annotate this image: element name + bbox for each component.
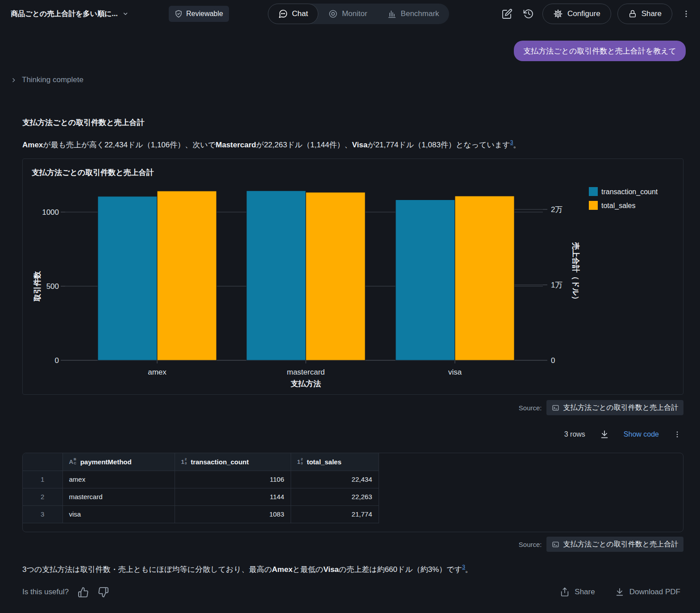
tab-chat[interactable]: Chat [268,4,318,24]
sql-cell-icon [552,541,559,548]
svg-text:0: 0 [551,356,555,365]
bar-total_sales-visa[interactable] [455,196,514,360]
bar-total_sales-amex[interactable] [157,191,217,360]
source-badge[interactable]: 支払方法ごとの取引件数と売上合計 [546,400,684,415]
total-sales-cell[interactable]: 22,263 [291,488,379,505]
row-number-cell[interactable]: 2 [23,488,62,505]
table-row: 2mastercard114422,263 [23,488,379,505]
svg-text:mastercard: mastercard [287,368,325,376]
page-title: 商品ごとの売上合計を多い順に... [11,9,118,19]
reviewable-badge[interactable]: Reviewable [169,6,229,22]
column-header-total-sales[interactable]: 123 total_sales [291,453,379,471]
chart-source-row: Source: 支払方法ごとの取引件数と売上合計 [519,400,683,415]
reviewable-label: Reviewable [186,10,223,18]
svg-text:取引件数: 取引件数 [33,271,42,302]
lock-icon [628,9,637,18]
total-sales-cell[interactable]: 22,434 [291,471,379,488]
footnote-link[interactable]: 3 [462,564,465,570]
thumbs-down-button[interactable] [98,587,109,598]
thinking-label: Thinking complete [22,75,83,84]
source-badge[interactable]: 支払方法ごとの取引件数と売上合計 [546,537,684,552]
footer-actions: Share Download PDF [560,587,680,597]
transaction-count-cell[interactable]: 1083 [175,505,291,523]
thumbs-up-icon [78,587,89,598]
svg-text:支払方法ごとの取引件数と売上合計: 支払方法ごとの取引件数と売上合計 [31,168,154,177]
total-sales-cell[interactable]: 21,774 [291,505,379,523]
top-bar: 商品ごとの売上合計を多い順に... Reviewable Chat Monito… [0,4,700,24]
tab-monitor[interactable]: Monitor [318,4,377,24]
chevron-down-icon [122,11,129,17]
thinking-toggle[interactable]: Thinking complete [11,75,83,84]
share-answer-label: Share [575,588,595,596]
user-message-bubble: 支払方法ごとの取引件数と売上合計を教えて [514,41,686,61]
document-title-menu[interactable]: 商品ごとの売上合計を多い順に... [11,4,129,24]
footnote-link[interactable]: 3 [510,139,513,146]
legend-swatch-total_sales [589,201,598,210]
transaction-count-cell[interactable]: 1106 [175,471,291,488]
share-label: Share [642,9,662,18]
tab-benchmark[interactable]: Benchmark [377,4,449,24]
answer-paragraph: Amexが最も売上が高く22,434ドル（1,106件）、次いでMasterca… [22,137,656,151]
table-controls: 3 rows Show code [564,425,682,443]
svg-text:visa: visa [448,368,462,376]
transaction-count-cell[interactable]: 1144 [175,488,291,505]
svg-text:2万: 2万 [551,205,562,214]
svg-text:1000: 1000 [42,208,59,217]
download-pdf-button[interactable]: Download PDF [615,587,680,597]
share-button[interactable]: Share [617,4,672,24]
result-table: ABC paymentMethod 123 transaction_count … [22,453,683,532]
history-button[interactable] [521,6,536,21]
shield-check-icon [175,10,183,18]
row-number-header [23,453,62,471]
user-message-text: 支払方法ごとの取引件数と売上合計を教えて [523,46,676,56]
download-table-button[interactable] [599,429,610,440]
row-number-cell[interactable]: 1 [23,471,62,488]
tab-chat-label: Chat [292,9,308,18]
top-bar-actions: Configure Share [500,4,694,24]
number-type-icon: 123 [297,458,303,466]
show-code-link[interactable]: Show code [624,430,659,438]
feedback-group: Is this useful? [22,587,109,598]
column-header-paymentMethod[interactable]: ABC paymentMethod [62,453,175,471]
useful-label: Is this useful? [22,588,69,596]
payment-method-cell[interactable]: visa [62,505,175,523]
bar-transaction_count-amex[interactable] [98,196,157,360]
payment-method-cell[interactable]: amex [62,471,175,488]
table-source-row: Source: 支払方法ごとの取引件数と売上合計 [519,537,683,552]
table-more-button[interactable] [672,429,682,440]
column-header-transaction-count[interactable]: 123 transaction_count [175,453,291,471]
app-window: 商品ごとの売上合計を多い順に... Reviewable Chat Monito… [0,0,700,613]
svg-text:支払方法: 支払方法 [290,379,321,388]
configure-button[interactable]: Configure [542,4,611,24]
edit-icon [502,8,512,19]
tab-benchmark-label: Benchmark [401,9,439,18]
share-answer-button[interactable]: Share [560,587,595,597]
thumbs-down-icon [98,587,109,598]
tab-monitor-label: Monitor [342,9,367,18]
svg-text:0: 0 [55,356,59,365]
source-dataset-name: 支払方法ごとの取引件数と売上合計 [563,540,679,549]
chevron-right-icon [11,77,17,83]
bar-total_sales-mastercard[interactable] [306,192,365,360]
history-icon [523,8,534,19]
source-dataset-name: 支払方法ごとの取引件数と売上合計 [563,403,679,413]
bar-transaction_count-mastercard[interactable] [246,191,306,360]
payment-method-cell[interactable]: mastercard [62,488,175,505]
benchmark-chart-icon [387,9,397,19]
bar-transaction_count-visa[interactable] [396,200,455,360]
answer-heading: 支払方法ごとの取引件数と売上合計 [22,117,145,128]
chart-card: 支払方法ごとの取引件数と売上合計amexmastercardvisa050010… [22,158,683,395]
chat-icon [278,9,288,19]
monitor-eye-icon [328,9,338,19]
svg-text:売上合計（ドル）: 売上合計（ドル） [571,242,580,304]
thumbs-up-button[interactable] [78,587,89,598]
message-footer: Is this useful? Share Download PDF [22,582,680,602]
svg-text:500: 500 [46,282,59,291]
more-menu-button[interactable] [679,6,694,21]
table-row: 1amex110622,434 [23,471,379,488]
row-number-cell[interactable]: 3 [23,505,62,523]
edit-button[interactable] [500,6,515,21]
view-tabs: Chat Monitor Benchmark [268,4,449,24]
svg-text:amex: amex [148,368,167,376]
row-count: 3 rows [564,430,585,438]
